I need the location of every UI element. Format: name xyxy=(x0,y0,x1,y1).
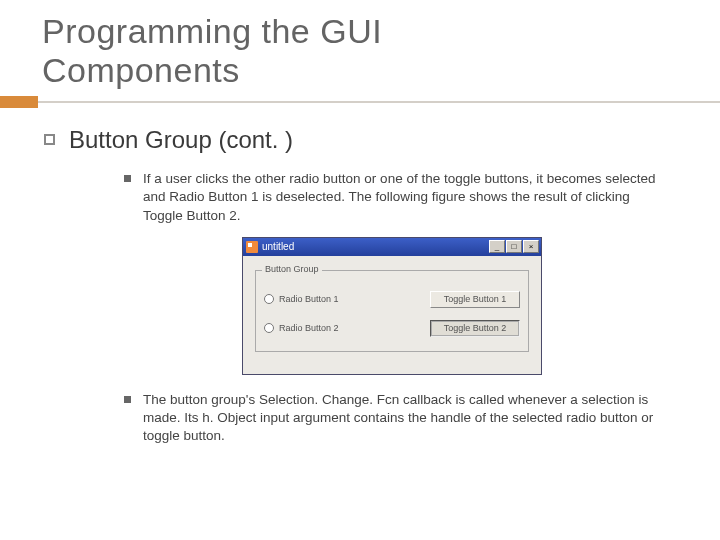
title-underline xyxy=(0,96,720,108)
square-bullet-icon xyxy=(124,175,131,182)
button-group-box: Button Group Radio Button 1 Toggle Butto… xyxy=(255,270,529,352)
body-list: If a user clicks the other radio button … xyxy=(44,154,680,445)
radio-button-2[interactable]: Radio Button 2 xyxy=(264,323,339,333)
body-text-2: The button group's Selection. Change. Fc… xyxy=(143,391,660,446)
hollow-square-bullet-icon xyxy=(44,134,55,145)
list-item: The button group's Selection. Change. Fc… xyxy=(124,391,660,446)
window-title: untitled xyxy=(262,241,485,252)
minimize-button[interactable]: _ xyxy=(489,240,505,253)
square-bullet-icon xyxy=(124,396,131,403)
title-line-2: Components xyxy=(42,51,240,89)
window-buttons: _ □ × xyxy=(489,240,539,253)
group-row-1: Radio Button 1 Toggle Button 1 xyxy=(264,291,520,308)
window-titlebar: untitled _ □ × xyxy=(243,238,541,256)
slide-title: Programming the GUI Components xyxy=(0,0,720,90)
section-heading: Button Group (cont. ) xyxy=(69,126,293,154)
title-line-1: Programming the GUI xyxy=(42,12,382,50)
list-item: If a user clicks the other radio button … xyxy=(124,170,660,225)
section-heading-row: Button Group (cont. ) xyxy=(44,126,680,154)
body-text-1: If a user clicks the other radio button … xyxy=(143,170,660,225)
toggle-button-2[interactable]: Toggle Button 2 xyxy=(430,320,520,337)
section: Button Group (cont. ) If a user clicks t… xyxy=(0,108,720,445)
window-body: Button Group Radio Button 1 Toggle Butto… xyxy=(243,256,541,374)
radio-1-label: Radio Button 1 xyxy=(279,294,339,304)
app-icon xyxy=(246,241,258,253)
radio-icon xyxy=(264,323,274,333)
close-button[interactable]: × xyxy=(523,240,539,253)
radio-2-label: Radio Button 2 xyxy=(279,323,339,333)
accent-block xyxy=(0,96,38,108)
groupbox-label: Button Group xyxy=(262,264,322,274)
figure: untitled _ □ × Button Group Radio Butto xyxy=(124,237,660,375)
embedded-window: untitled _ □ × Button Group Radio Butto xyxy=(242,237,542,375)
radio-button-1[interactable]: Radio Button 1 xyxy=(264,294,339,304)
toggle-button-1[interactable]: Toggle Button 1 xyxy=(430,291,520,308)
radio-icon xyxy=(264,294,274,304)
maximize-button[interactable]: □ xyxy=(506,240,522,253)
group-row-2: Radio Button 2 Toggle Button 2 xyxy=(264,320,520,337)
accent-line xyxy=(38,101,720,103)
